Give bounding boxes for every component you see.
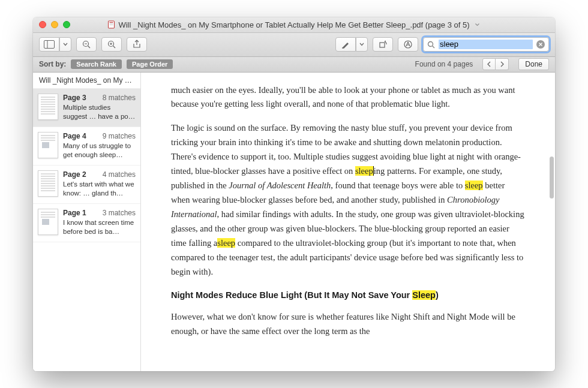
search-icon: [427, 41, 435, 49]
search-result[interactable]: Page 3 8 matches Multiple studies sugges…: [33, 89, 140, 127]
scrollbar-thumb[interactable]: [550, 157, 554, 198]
share-button[interactable]: [127, 37, 147, 52]
svg-rect-1: [109, 22, 113, 23]
document-content[interactable]: much easier on the eyes. Ideally, you'll…: [141, 73, 555, 371]
sidebar-toggle-button[interactable]: [39, 37, 59, 52]
result-nav: [482, 58, 509, 70]
svg-line-16: [433, 46, 435, 48]
svg-rect-13: [380, 43, 385, 47]
page-thumbnail: [38, 209, 58, 235]
result-page: Page 4: [63, 132, 86, 140]
search-value[interactable]: sleep: [439, 40, 533, 49]
rotate-button[interactable]: [373, 37, 393, 52]
result-meta: Page 3 8 matches Multiple studies sugges…: [63, 94, 136, 122]
result-meta: Page 1 3 matches I know that screen time…: [63, 209, 136, 237]
highlight-button[interactable]: [335, 37, 356, 52]
svg-rect-3: [109, 25, 113, 25]
sort-page-order[interactable]: Page Order: [127, 59, 173, 69]
window-title: Will _Night Modes_ on My Smartphone or T…: [118, 20, 469, 29]
result-page: Page 3: [63, 94, 86, 102]
page-thumbnail: [38, 132, 58, 158]
result-count: 4 matches: [103, 170, 136, 179]
zoom-in-button[interactable]: [101, 37, 122, 52]
paragraph: However, what we don't know for sure is …: [171, 310, 525, 339]
markup-toolbar-button[interactable]: [398, 37, 418, 52]
main-area: Will _Night Modes_ on My Sma… Page 3 8 m…: [33, 73, 555, 371]
zoom-out-button[interactable]: [76, 37, 97, 52]
clear-search-button[interactable]: [536, 40, 545, 49]
window-title-wrap[interactable]: Will _Night Modes_ on My Smartphone or T…: [107, 20, 480, 29]
page-thumbnail: [38, 170, 58, 197]
done-button[interactable]: Done: [518, 58, 549, 70]
result-count: 9 matches: [103, 132, 136, 140]
toolbar: sleep: [33, 33, 555, 57]
traffic-lights: [39, 21, 70, 28]
found-count: Found on 4 pages: [415, 60, 473, 68]
titlebar: Will _Night Modes_ on My Smartphone or T…: [33, 17, 555, 33]
sidebar-menu-button[interactable]: [59, 37, 71, 52]
page-thumbnail: [38, 94, 58, 120]
result-snippet: Many of us struggle to get enough sleep…: [63, 142, 136, 160]
result-page: Page 2: [63, 170, 86, 179]
svg-point-15: [428, 41, 433, 46]
prev-result-button[interactable]: [482, 58, 496, 70]
preview-window: Will _Night Modes_ on My Smartphone or T…: [33, 17, 555, 371]
search-result[interactable]: Page 4 9 matches Many of us struggle to …: [33, 127, 140, 166]
highlight: sleep: [465, 181, 483, 190]
section-heading: Night Modes Reduce Blue Light (But It Ma…: [171, 288, 525, 303]
paragraph: much easier on the eyes. Ideally, you'll…: [171, 83, 525, 112]
minimize-button[interactable]: [51, 21, 58, 28]
result-meta: Page 4 9 matches Many of us struggle to …: [63, 132, 136, 160]
highlight: sleep: [217, 238, 235, 248]
close-button[interactable]: [39, 21, 46, 28]
result-snippet: Let's start with what we know: … gland t…: [63, 180, 136, 198]
sort-label: Sort by:: [39, 60, 66, 68]
sidebar-doc-title: Will _Night Modes_ on My Sma…: [33, 73, 140, 89]
search-results-sidebar[interactable]: Will _Night Modes_ on My Sma… Page 3 8 m…: [33, 73, 141, 371]
result-count: 3 matches: [103, 209, 136, 217]
markup-segment: [335, 37, 368, 52]
search-field[interactable]: sleep: [423, 37, 549, 52]
result-count: 8 matches: [103, 94, 136, 102]
document-icon: [107, 20, 115, 29]
result-snippet: Multiple studies suggest … have a po…: [63, 103, 136, 122]
svg-line-7: [88, 46, 91, 49]
result-snippet: I know that screen time before bed is ba…: [63, 218, 136, 237]
svg-rect-2: [109, 23, 113, 24]
sort-search-rank[interactable]: Search Rank: [71, 59, 122, 69]
next-result-button[interactable]: [496, 58, 509, 70]
sort-bar: Sort by: Search Rank Page Order Found on…: [33, 57, 555, 73]
highlight: sleep: [355, 166, 374, 176]
highlight-menu-button[interactable]: [356, 37, 368, 52]
result-page: Page 1: [63, 209, 86, 217]
svg-line-10: [113, 46, 116, 49]
view-mode-segment: [39, 37, 71, 52]
svg-rect-4: [44, 41, 55, 49]
highlight: Sleep: [412, 290, 436, 300]
zoom-button[interactable]: [63, 21, 70, 28]
chevron-down-icon: [475, 22, 481, 28]
result-meta: Page 2 4 matches Let's start with what w…: [63, 170, 136, 198]
search-result[interactable]: Page 2 4 matches Let's start with what w…: [33, 166, 140, 204]
search-result[interactable]: Page 1 3 matches I know that screen time…: [33, 204, 140, 242]
paragraph: The logic is sound on the surface. By re…: [171, 121, 525, 279]
